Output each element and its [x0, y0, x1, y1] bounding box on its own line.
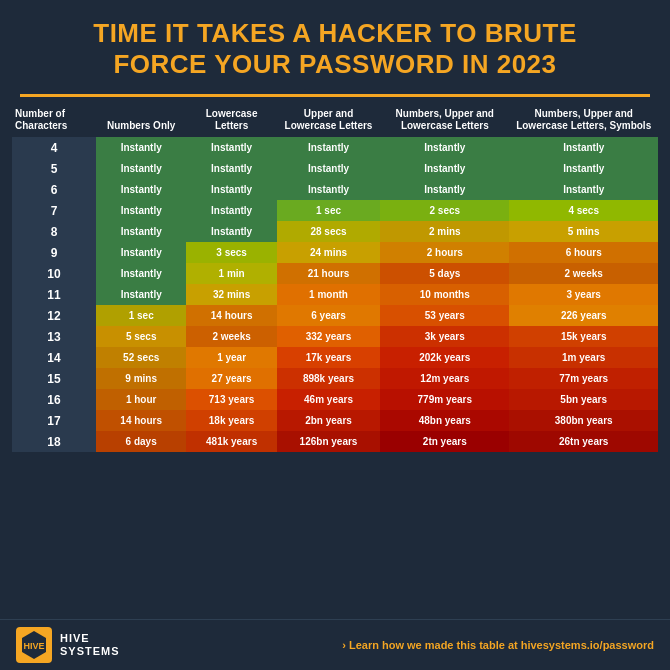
- cell-value: Instantly: [509, 179, 658, 200]
- cell-value: 2 hours: [380, 242, 509, 263]
- col-header-lower: Lowercase Letters: [186, 103, 276, 137]
- cell-value: Instantly: [277, 158, 380, 179]
- cell-value: 126bn years: [277, 431, 380, 452]
- cell-value: Instantly: [186, 200, 276, 221]
- cell-value: 1m years: [509, 347, 658, 368]
- cell-chars: 15: [12, 368, 96, 389]
- cell-value: 28 secs: [277, 221, 380, 242]
- table-row: 1714 hours18k years2bn years48bn years38…: [12, 410, 658, 431]
- cell-value: 2bn years: [277, 410, 380, 431]
- table-body: 4InstantlyInstantlyInstantlyInstantlyIns…: [12, 137, 658, 452]
- cell-value: 18k years: [186, 410, 276, 431]
- cell-value: 5 days: [380, 263, 509, 284]
- cell-value: Instantly: [380, 137, 509, 158]
- cell-value: Instantly: [186, 158, 276, 179]
- cell-value: Instantly: [186, 221, 276, 242]
- cell-value: 14 hours: [96, 410, 186, 431]
- cell-value: 226 years: [509, 305, 658, 326]
- cell-value: 2 mins: [380, 221, 509, 242]
- cell-value: Instantly: [509, 158, 658, 179]
- logo: HIVE HIVE SYSTEMS: [16, 627, 120, 663]
- password-table: Number of Characters Numbers Only Lowerc…: [12, 103, 658, 452]
- cell-value: 52 secs: [96, 347, 186, 368]
- cell-value: 5bn years: [509, 389, 658, 410]
- table-row: 1452 secs1 year17k years202k years1m yea…: [12, 347, 658, 368]
- table-row: 6InstantlyInstantlyInstantlyInstantlyIns…: [12, 179, 658, 200]
- col-header-chars: Number of Characters: [12, 103, 96, 137]
- cell-value: Instantly: [96, 179, 186, 200]
- cell-chars: 5: [12, 158, 96, 179]
- cell-value: 46m years: [277, 389, 380, 410]
- header: TIME IT TAKES A HACKER TO BRUTE FORCE YO…: [0, 0, 670, 88]
- table-row: 135 secs2 weeks332 years3k years15k year…: [12, 326, 658, 347]
- cell-value: 10 months: [380, 284, 509, 305]
- cell-value: Instantly: [96, 221, 186, 242]
- table-row: 10Instantly1 min21 hours5 days2 weeks: [12, 263, 658, 284]
- table-row: 159 mins27 years898k years12m years77m y…: [12, 368, 658, 389]
- cell-value: Instantly: [277, 137, 380, 158]
- cell-chars: 10: [12, 263, 96, 284]
- cell-value: Instantly: [96, 158, 186, 179]
- svg-text:HIVE: HIVE: [23, 641, 44, 651]
- cell-value: Instantly: [186, 137, 276, 158]
- table-row: 9Instantly3 secs24 mins2 hours6 hours: [12, 242, 658, 263]
- cell-value: 6 hours: [509, 242, 658, 263]
- cell-value: 202k years: [380, 347, 509, 368]
- table-row: 5InstantlyInstantlyInstantlyInstantlyIns…: [12, 158, 658, 179]
- cell-value: 1 sec: [96, 305, 186, 326]
- cell-value: Instantly: [96, 137, 186, 158]
- cell-value: 6 years: [277, 305, 380, 326]
- cell-value: 332 years: [277, 326, 380, 347]
- cell-chars: 17: [12, 410, 96, 431]
- cell-value: 77m years: [509, 368, 658, 389]
- table-row: 7InstantlyInstantly1 sec2 secs4 secs: [12, 200, 658, 221]
- col-header-numbers: Numbers Only: [96, 103, 186, 137]
- cell-value: Instantly: [380, 179, 509, 200]
- cell-value: 481k years: [186, 431, 276, 452]
- cell-value: 5 secs: [96, 326, 186, 347]
- cell-value: 3 years: [509, 284, 658, 305]
- cell-value: 2 weeks: [509, 263, 658, 284]
- logo-text: HIVE SYSTEMS: [60, 632, 120, 658]
- cell-value: 24 mins: [277, 242, 380, 263]
- cell-value: 1 sec: [277, 200, 380, 221]
- cell-value: 48bn years: [380, 410, 509, 431]
- cell-value: 15k years: [509, 326, 658, 347]
- cell-value: Instantly: [96, 263, 186, 284]
- cell-chars: 12: [12, 305, 96, 326]
- cell-chars: 14: [12, 347, 96, 368]
- cell-value: Instantly: [96, 200, 186, 221]
- cell-value: Instantly: [509, 137, 658, 158]
- cell-chars: 18: [12, 431, 96, 452]
- cell-value: 6 days: [96, 431, 186, 452]
- cell-value: 53 years: [380, 305, 509, 326]
- cell-value: 380bn years: [509, 410, 658, 431]
- cell-value: 713 years: [186, 389, 276, 410]
- hive-logo-icon: HIVE: [16, 627, 52, 663]
- cell-value: 14 hours: [186, 305, 276, 326]
- cell-value: 2 weeks: [186, 326, 276, 347]
- cell-chars: 16: [12, 389, 96, 410]
- cell-value: 21 hours: [277, 263, 380, 284]
- col-header-upper-lower: Upper and Lowercase Letters: [277, 103, 380, 137]
- cell-value: 779m years: [380, 389, 509, 410]
- col-header-num-upper-lower: Numbers, Upper and Lowercase Letters: [380, 103, 509, 137]
- cell-value: 1 min: [186, 263, 276, 284]
- cell-value: 2 secs: [380, 200, 509, 221]
- cell-chars: 6: [12, 179, 96, 200]
- cell-value: 2tn years: [380, 431, 509, 452]
- col-header-all: Numbers, Upper and Lowercase Letters, Sy…: [509, 103, 658, 137]
- table-container: Number of Characters Numbers Only Lowerc…: [0, 97, 670, 619]
- cell-value: 12m years: [380, 368, 509, 389]
- cell-chars: 9: [12, 242, 96, 263]
- cell-value: 32 mins: [186, 284, 276, 305]
- cell-value: Instantly: [277, 179, 380, 200]
- cell-value: Instantly: [380, 158, 509, 179]
- table-row: 4InstantlyInstantlyInstantlyInstantlyIns…: [12, 137, 658, 158]
- cell-value: 9 mins: [96, 368, 186, 389]
- cell-value: 1 hour: [96, 389, 186, 410]
- cell-value: 27 years: [186, 368, 276, 389]
- cell-value: Instantly: [96, 242, 186, 263]
- cell-chars: 8: [12, 221, 96, 242]
- table-row: 8InstantlyInstantly28 secs2 mins5 mins: [12, 221, 658, 242]
